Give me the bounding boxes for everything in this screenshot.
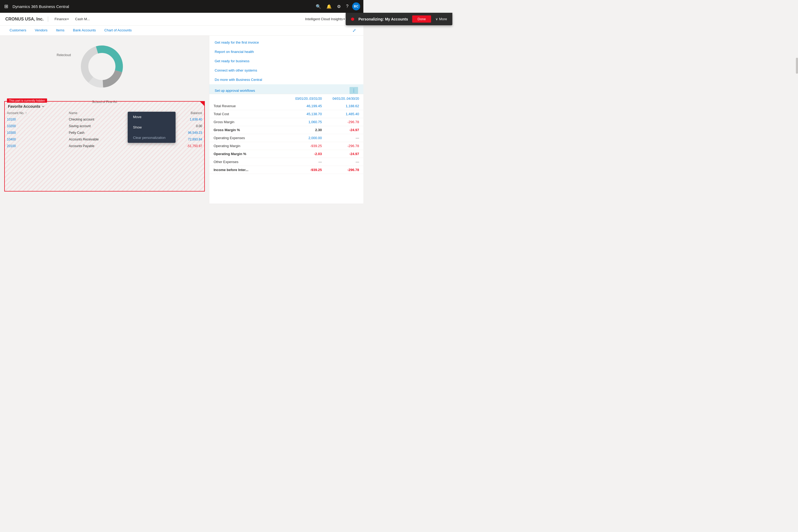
financial-value-2: -24.97: [322, 152, 359, 156]
bell-icon[interactable]: 🔔: [325, 2, 333, 11]
personalizing-text: Personalizing: My Accounts: [359, 17, 363, 21]
financial-label: Gross Margin: [214, 120, 285, 124]
financial-value-1: 45,138.70: [285, 112, 322, 116]
financial-label: Operating Margin %: [214, 152, 285, 156]
app-title: Dynamics 365 Business Central: [13, 4, 311, 9]
chart-area: Relecloud School of Fine Art: [4, 40, 205, 98]
financial-date2[interactable]: 04/01/20..04/30/20: [322, 97, 359, 100]
chevron-down-icon: ▾: [67, 18, 69, 20]
financial-value-1: -939.25: [285, 168, 322, 172]
financial-label: Gross Margin %: [214, 128, 285, 132]
secondary-nav: CRONUS USA, Inc. Finance ▾ Cash M... Int…: [0, 13, 363, 25]
chevron-down-icon: ▾: [343, 18, 345, 20]
financial-row: Total Cost 45,138.70 1,485.40: [209, 110, 363, 118]
financial-value-2: —: [322, 160, 359, 164]
financial-value-1: 2,000.00: [285, 136, 322, 140]
financial-row: Gross Margin % 2.30 -24.97: [209, 126, 363, 134]
expand-icon[interactable]: ⤢: [350, 26, 358, 35]
financial-value-2: —: [322, 136, 359, 140]
personalizing-bar: Personalizing: My Accounts Done ∨ More: [346, 13, 363, 25]
left-panel: Relecloud School of Fine Art This part i…: [0, 36, 209, 204]
search-icon[interactable]: 🔍: [314, 2, 323, 11]
top-nav-bar: ⊞ Dynamics 365 Business Central 🔍 🔔 ⚙ ? …: [0, 0, 363, 13]
getting-started-item[interactable]: Get ready for business: [209, 56, 363, 66]
account-no-cell[interactable]: 10100: [5, 116, 67, 123]
tab-bar: Customers Vendors Items Bank Accounts Ch…: [0, 25, 363, 36]
financial-label: Total Cost: [214, 112, 285, 116]
tab-vendors[interactable]: Vendors: [31, 25, 52, 35]
tab-bank-accounts[interactable]: Bank Accounts: [69, 25, 100, 35]
account-no-cell[interactable]: 20100: [5, 143, 67, 150]
financial-value-2: 1,485.40: [322, 112, 359, 116]
company-name: CRONUS USA, Inc.: [5, 17, 44, 22]
context-menu-item[interactable]: Move: [128, 112, 175, 122]
donut-chart: [78, 42, 126, 91]
financial-label: Other Expenses: [214, 160, 285, 164]
getting-started-label: Connect with other systems: [215, 68, 257, 72]
intelligent-cloud-link[interactable]: Intelligent Cloud Insights ▾: [305, 17, 345, 21]
chevron-down-icon: [41, 105, 45, 108]
financial-value-2: 1,188.62: [322, 104, 359, 108]
tab-items[interactable]: Items: [52, 25, 69, 35]
favorite-accounts-header: Favorite Accounts: [5, 101, 204, 110]
financial-label: Total Revenue: [214, 104, 285, 108]
financial-section: 03/01/20..03/31/20 04/01/20..04/30/20 To…: [209, 94, 363, 204]
financial-row: Operating Margin % -2.03 -24.97: [209, 150, 363, 158]
tab-chart-of-accounts[interactable]: Chart of Accounts: [100, 25, 136, 35]
financial-rows: Total Revenue 46,199.45 1,188.62 Total C…: [209, 102, 363, 174]
table-row: 20100 Accounts Payable -51,750.97: [5, 143, 204, 150]
financial-column-headers: 03/01/20..03/31/20 04/01/20..04/30/20: [209, 94, 363, 102]
financial-value-2: -296.78: [322, 144, 359, 148]
personalizing-dot: [351, 18, 354, 21]
waffle-icon[interactable]: ⊞: [3, 2, 9, 11]
getting-started-section: Get ready for the first invoiceReport on…: [209, 36, 363, 94]
getting-started-item[interactable]: Connect with other systems: [209, 66, 363, 75]
context-menu: MoveShowClear personalization: [128, 112, 175, 143]
getting-started-item[interactable]: Report on financial health: [209, 47, 363, 56]
chart-label-left: Relecloud: [57, 53, 71, 57]
nav-finance[interactable]: Finance ▾: [52, 16, 71, 22]
financial-row: Income before Inter... -939.25 -296.78: [209, 166, 363, 174]
financial-value-1: -939.25: [285, 144, 322, 148]
financial-label: Operating Margin: [214, 144, 285, 148]
financial-date1[interactable]: 03/01/20..03/31/20: [285, 97, 322, 100]
financial-label: Income before Inter...: [214, 168, 285, 172]
avatar[interactable]: BC: [352, 2, 360, 11]
main-content: Relecloud School of Fine Art This part i…: [0, 36, 363, 204]
financial-label: Operating Expenses: [214, 136, 285, 140]
financial-value-2: -24.97: [322, 128, 359, 132]
top-nav-icons: 🔍 🔔 ⚙ ? BC: [314, 2, 360, 11]
financial-value-1: 1,060.75: [285, 120, 322, 124]
nav-divider: [48, 17, 48, 22]
financial-row: Operating Margin -939.25 -296.78: [209, 142, 363, 150]
help-icon[interactable]: ?: [344, 2, 350, 11]
context-menu-item[interactable]: Clear personalization: [128, 132, 175, 143]
financial-row: Operating Expenses 2,000.00 —: [209, 134, 363, 142]
more-options-button[interactable]: ⋮: [349, 87, 358, 94]
tab-customers[interactable]: Customers: [5, 25, 31, 35]
right-panel: Get ready for the first invoiceReport on…: [209, 36, 363, 204]
financial-value-1: —: [285, 160, 322, 164]
hidden-label: This part is currently hidden: [7, 98, 47, 103]
account-no-cell[interactable]: 10400: [5, 136, 67, 143]
account-balance-cell: -51,750.97: [154, 143, 204, 150]
settings-icon[interactable]: ⚙: [336, 2, 342, 11]
account-name-cell: Accounts Payable: [67, 143, 154, 150]
financial-row: Total Revenue 46,199.45 1,188.62: [209, 102, 363, 110]
financial-value-2: -296.78: [322, 120, 359, 124]
context-menu-item[interactable]: Show: [128, 122, 175, 132]
col-account-no: Account No. ↑: [5, 110, 67, 116]
financial-row: Gross Margin 1,060.75 -296.78: [209, 118, 363, 126]
getting-started-label: Do more with Business Central: [215, 78, 262, 82]
getting-started-label: Set up approval workflows: [215, 89, 255, 93]
getting-started-item[interactable]: Set up approval workflows⋮: [209, 84, 363, 94]
nav-cash[interactable]: Cash M...: [73, 16, 92, 22]
financial-value-1: 2.30: [285, 128, 322, 132]
getting-started-label: Report on financial health: [215, 50, 254, 54]
getting-started-item[interactable]: Do more with Business Central: [209, 75, 363, 84]
account-no-cell[interactable]: 10300: [5, 130, 67, 136]
financial-value-1: -2.03: [285, 152, 322, 156]
getting-started-item[interactable]: Get ready for the first invoice: [209, 38, 363, 47]
financial-row: Other Expenses — —: [209, 158, 363, 166]
account-no-cell[interactable]: 10200: [5, 123, 67, 130]
